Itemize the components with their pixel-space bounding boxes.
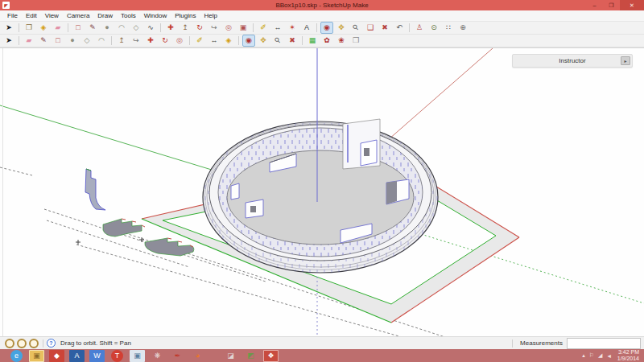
feather-app-icon[interactable]: ✒ bbox=[170, 350, 185, 362]
offset-tool[interactable]: ◎ bbox=[222, 22, 235, 34]
zoom-previous-tool[interactable]: ↶ bbox=[393, 22, 406, 34]
move-tool[interactable]: ✚ bbox=[144, 35, 157, 47]
standing-profile-shape bbox=[85, 169, 105, 210]
taskbar: e▣◆AWT▣❋✒◕◪◩❖ ▴⚐◢◄ 3:42 PM 1/9/2014 bbox=[0, 349, 644, 362]
measurements-input[interactable] bbox=[567, 338, 641, 349]
polygon-tool[interactable]: ◇ bbox=[130, 22, 142, 34]
clock-date: 1/9/2014 bbox=[617, 356, 639, 362]
dimension-tool[interactable]: ↔ bbox=[208, 35, 221, 47]
help-icon[interactable]: ? bbox=[47, 339, 56, 348]
push-pull-tool[interactable]: ↥ bbox=[115, 35, 128, 47]
position-camera-tool[interactable]: ♙ bbox=[413, 22, 426, 34]
w-app-icon[interactable]: W bbox=[89, 350, 105, 362]
get-models-button[interactable]: ✿ bbox=[320, 35, 333, 47]
credit-coin-icon[interactable] bbox=[17, 339, 27, 348]
arc-tool[interactable]: ◠ bbox=[95, 35, 108, 47]
geolocation-coin-icon[interactable] bbox=[5, 339, 14, 348]
push-pull-tool[interactable]: ↥ bbox=[179, 22, 192, 34]
instructor-toggle-button[interactable]: ▸ bbox=[621, 56, 630, 65]
window-title: BBox1p10.skp - SketchUp Make bbox=[0, 2, 644, 9]
follow-me-tool[interactable]: ↪ bbox=[130, 35, 142, 47]
share-model-button[interactable]: ❀ bbox=[335, 35, 348, 47]
pan-tool[interactable]: ✥ bbox=[257, 35, 270, 47]
claim-credit-coin-icon[interactable] bbox=[29, 339, 39, 348]
menu-item-file[interactable]: File bbox=[3, 12, 22, 19]
network-icon[interactable]: ◢ bbox=[598, 352, 602, 359]
file-explorer-icon[interactable]: ▣ bbox=[29, 350, 44, 362]
scale-tool[interactable]: ▣ bbox=[237, 22, 250, 34]
menu-item-camera[interactable]: Camera bbox=[63, 12, 93, 19]
menu-item-edit[interactable]: Edit bbox=[22, 12, 41, 19]
polygon-tool[interactable]: ◇ bbox=[80, 35, 93, 47]
zoom-extents-tool[interactable]: ✖ bbox=[378, 22, 391, 34]
line-tool[interactable]: ✎ bbox=[37, 35, 50, 47]
model-info-button[interactable]: ▦ bbox=[306, 35, 319, 47]
status-separator bbox=[512, 339, 513, 348]
arc-tool[interactable]: ◠ bbox=[115, 22, 128, 34]
paint-bucket-tool[interactable]: ◈ bbox=[37, 22, 50, 34]
action-center-icon[interactable]: ⚐ bbox=[589, 352, 594, 359]
tape-measure-tool[interactable]: ✐ bbox=[193, 35, 206, 47]
walk-tool[interactable]: ∷ bbox=[442, 22, 455, 34]
rotate-tool[interactable]: ↻ bbox=[193, 22, 206, 34]
make-component-tool[interactable]: ❐ bbox=[23, 22, 35, 34]
rectangle-tool[interactable]: □ bbox=[72, 22, 85, 34]
style-builder-app-icon[interactable]: ◩ bbox=[243, 350, 258, 362]
paint-bucket-tool[interactable]: ◈ bbox=[222, 35, 235, 47]
menu-item-tools[interactable]: Tools bbox=[117, 12, 140, 19]
internet-explorer-icon[interactable]: e bbox=[10, 350, 23, 362]
model-canvas[interactable] bbox=[0, 48, 644, 336]
photos-app-icon[interactable]: ▣ bbox=[130, 350, 145, 362]
rotate-tool[interactable]: ↻ bbox=[159, 35, 171, 47]
floor-face bbox=[227, 150, 414, 245]
menu-item-plugins[interactable]: Plugins bbox=[171, 12, 200, 19]
eraser-tool[interactable]: ▰ bbox=[23, 35, 35, 47]
title-bar[interactable]: ◤ BBox1p10.skp - SketchUp Make – ❐ ✕ bbox=[0, 0, 644, 10]
swirl-app-icon[interactable]: ❋ bbox=[150, 350, 165, 362]
line-tool[interactable]: ✎ bbox=[86, 22, 99, 34]
layout-app-icon[interactable]: ◪ bbox=[223, 350, 238, 362]
follow-me-tool[interactable]: ↪ bbox=[208, 22, 221, 34]
text-3d-tool[interactable]: A bbox=[300, 22, 313, 34]
rectangle-tool[interactable]: □ bbox=[52, 35, 64, 47]
show-hidden-icons-icon[interactable]: ▴ bbox=[582, 352, 585, 359]
freehand-tool[interactable]: ∿ bbox=[144, 22, 157, 34]
look-around-tool[interactable]: ⊙ bbox=[427, 22, 440, 34]
volume-icon[interactable]: ◄ bbox=[606, 353, 612, 359]
select-tool[interactable]: ➤ bbox=[2, 35, 15, 47]
taskbar-clock[interactable]: 3:42 PM 1/9/2014 bbox=[617, 349, 639, 362]
toolbar-separator bbox=[19, 36, 19, 45]
close-button[interactable]: ✕ bbox=[620, 0, 644, 10]
axes-tool[interactable]: ✶ bbox=[286, 22, 299, 34]
circle-tool[interactable]: ● bbox=[101, 22, 114, 34]
circle-tool[interactable]: ● bbox=[66, 35, 79, 47]
t-app-icon[interactable]: T bbox=[111, 350, 123, 362]
instructor-panel[interactable]: Instructor ▸ bbox=[512, 54, 633, 68]
orbit-tool[interactable]: ◉ bbox=[320, 22, 333, 34]
offset-tool[interactable]: ◎ bbox=[173, 35, 186, 47]
select-tool[interactable]: ➤ bbox=[2, 22, 15, 34]
minimize-button[interactable]: – bbox=[586, 0, 603, 10]
pan-tool[interactable]: ✥ bbox=[335, 22, 348, 34]
zoom-window-tool[interactable]: ❑ bbox=[364, 22, 377, 34]
menu-item-view[interactable]: View bbox=[41, 12, 63, 19]
section-plane-tool[interactable]: ⊕ bbox=[456, 22, 469, 34]
send-to-layout-button[interactable]: ❒ bbox=[349, 35, 362, 47]
model-viewport[interactable]: Instructor ▸ bbox=[0, 47, 644, 336]
a-app-icon[interactable]: A bbox=[69, 350, 85, 362]
status-separator bbox=[43, 339, 43, 348]
sketchup-window: ◤ BBox1p10.skp - SketchUp Make – ❐ ✕ Fil… bbox=[0, 0, 644, 362]
orbit-tool[interactable]: ◉ bbox=[242, 35, 255, 47]
instructor-title: Instructor bbox=[559, 57, 585, 64]
menu-item-help[interactable]: Help bbox=[200, 12, 221, 19]
zoom-extents-tool[interactable]: ✖ bbox=[286, 35, 299, 47]
tape-measure-tool[interactable]: ✐ bbox=[257, 22, 270, 34]
eraser-tool[interactable]: ▰ bbox=[52, 22, 64, 34]
restore-button[interactable]: ❐ bbox=[603, 0, 620, 10]
menu-item-window[interactable]: Window bbox=[140, 12, 171, 19]
sketchup-app-icon[interactable]: ❖ bbox=[263, 350, 279, 362]
menu-item-draw[interactable]: Draw bbox=[93, 12, 117, 19]
browser-app-icon[interactable]: ◕ bbox=[190, 350, 205, 362]
red-app-icon[interactable]: ◆ bbox=[49, 350, 64, 362]
move-tool[interactable]: ✚ bbox=[164, 22, 177, 34]
